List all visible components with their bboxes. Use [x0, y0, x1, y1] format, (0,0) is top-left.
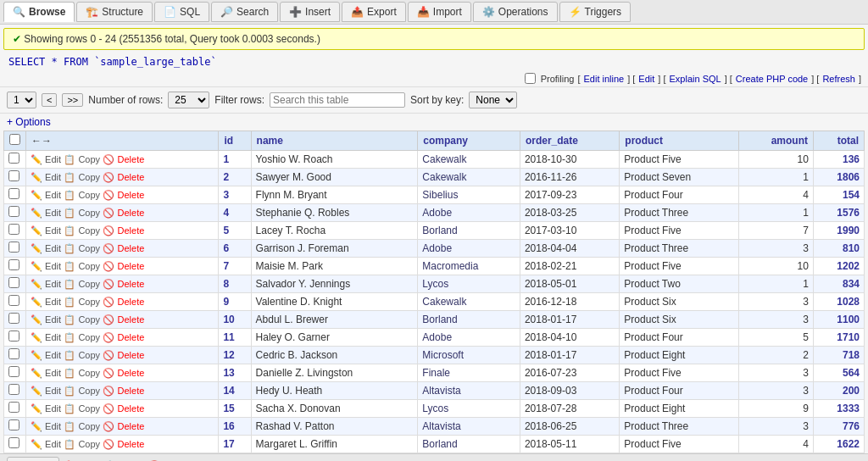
- copy-btn-2[interactable]: 📋 Copy: [64, 172, 100, 182]
- delete-btn-2[interactable]: 🚫 Delete: [103, 172, 144, 182]
- edit-btn-16[interactable]: ✏️ Edit: [31, 421, 61, 431]
- edit-btn-5[interactable]: ✏️ Edit: [31, 225, 61, 236]
- copy-btn-17[interactable]: 📋 Copy: [64, 439, 100, 449]
- copy-btn-16[interactable]: 📋 Copy: [64, 421, 100, 431]
- edit-btn-10[interactable]: ✏️ Edit: [31, 314, 61, 325]
- tab-search[interactable]: 🔎 Search: [211, 2, 278, 22]
- copy-btn-10[interactable]: 📋 Copy: [64, 314, 100, 325]
- edit-btn-11[interactable]: ✏️ Edit: [31, 332, 61, 342]
- refresh-link[interactable]: Refresh: [822, 74, 855, 84]
- row-select-6[interactable]: [8, 242, 19, 253]
- tab-browse[interactable]: 🔍 Browse: [3, 2, 75, 22]
- row-select-15[interactable]: [8, 402, 19, 413]
- edit-btn-2[interactable]: ✏️ Edit: [31, 172, 61, 182]
- copy-btn-14[interactable]: 📋 Copy: [64, 386, 100, 396]
- delete-btn-9[interactable]: 🚫 Delete: [103, 297, 144, 307]
- sort-select[interactable]: None: [469, 92, 517, 108]
- cell-name-1: Yoshio W. Roach: [251, 151, 418, 169]
- rows-select[interactable]: 25 50 100: [168, 92, 209, 108]
- edit-btn-12[interactable]: ✏️ Edit: [31, 350, 61, 360]
- delete-btn-8[interactable]: 🚫 Delete: [103, 279, 144, 289]
- profiling-checkbox[interactable]: [525, 73, 536, 84]
- copy-btn-4[interactable]: 📋 Copy: [64, 208, 100, 218]
- header-total[interactable]: total: [813, 131, 864, 151]
- row-select-12[interactable]: [8, 348, 19, 359]
- tab-sql[interactable]: 📄 SQL: [154, 2, 209, 22]
- row-select-11[interactable]: [8, 330, 19, 342]
- row-select-13[interactable]: [8, 366, 19, 377]
- copy-btn-12[interactable]: 📋 Copy: [64, 350, 100, 360]
- tab-export[interactable]: 📤 Export: [342, 2, 406, 22]
- delete-btn-16[interactable]: 🚫 Delete: [103, 421, 144, 431]
- prev-button[interactable]: <: [42, 93, 57, 107]
- row-select-1[interactable]: [8, 153, 19, 164]
- delete-btn-10[interactable]: 🚫 Delete: [103, 314, 144, 325]
- copy-btn-9[interactable]: 📋 Copy: [64, 297, 100, 307]
- copy-btn-15[interactable]: 📋 Copy: [64, 403, 100, 414]
- delete-btn-17[interactable]: 🚫 Delete: [103, 439, 144, 449]
- copy-btn-11[interactable]: 📋 Copy: [64, 332, 100, 342]
- delete-btn-1[interactable]: 🚫 Delete: [103, 154, 144, 164]
- delete-btn-11[interactable]: 🚫 Delete: [103, 332, 144, 342]
- row-select-7[interactable]: [8, 259, 19, 270]
- row-select-16[interactable]: [8, 419, 19, 430]
- edit-btn-15[interactable]: ✏️ Edit: [31, 403, 61, 414]
- delete-btn-4[interactable]: 🚫 Delete: [103, 208, 144, 218]
- edit-btn-8[interactable]: ✏️ Edit: [31, 279, 61, 289]
- create-php-link[interactable]: Create PHP code: [736, 74, 808, 84]
- copy-btn-8[interactable]: 📋 Copy: [64, 279, 100, 289]
- row-select-14[interactable]: [8, 384, 19, 395]
- delete-btn-15[interactable]: 🚫 Delete: [103, 403, 144, 414]
- page-select[interactable]: 1: [7, 92, 36, 108]
- edit-btn-1[interactable]: ✏️ Edit: [31, 154, 61, 164]
- row-select-17[interactable]: [8, 437, 19, 448]
- next-button[interactable]: >>: [62, 93, 83, 107]
- row-select-5[interactable]: [8, 224, 19, 235]
- row-select-3[interactable]: [8, 188, 19, 199]
- console-tab[interactable]: Console: [7, 457, 59, 461]
- search-input[interactable]: [270, 92, 405, 108]
- copy-btn-5[interactable]: 📋 Copy: [64, 225, 100, 236]
- delete-btn-12[interactable]: 🚫 Delete: [103, 350, 144, 360]
- copy-btn-3[interactable]: 📋 Copy: [64, 190, 100, 200]
- header-company[interactable]: company: [418, 131, 520, 151]
- header-id[interactable]: id: [219, 131, 251, 151]
- edit-btn-3[interactable]: ✏️ Edit: [31, 190, 61, 200]
- explain-sql-link[interactable]: Explain SQL: [670, 74, 721, 84]
- edit-link[interactable]: Edit: [638, 74, 654, 84]
- delete-btn-13[interactable]: 🚫 Delete: [103, 368, 144, 378]
- delete-btn-14[interactable]: 🚫 Delete: [103, 386, 144, 396]
- row-select-4[interactable]: [8, 206, 19, 217]
- edit-btn-17[interactable]: ✏️ Edit: [31, 439, 61, 449]
- tab-operations[interactable]: ⚙️ Operations: [473, 2, 558, 22]
- edit-btn-4[interactable]: ✏️ Edit: [31, 208, 61, 218]
- copy-btn-6[interactable]: 📋 Copy: [64, 243, 100, 253]
- header-name[interactable]: name: [251, 131, 418, 151]
- copy-btn-7[interactable]: 📋 Copy: [64, 261, 100, 271]
- select-all-checkbox[interactable]: [9, 134, 20, 145]
- tab-structure[interactable]: 🏗️ Structure: [76, 2, 153, 22]
- copy-btn-1[interactable]: 📋 Copy: [64, 154, 100, 164]
- tab-triggers[interactable]: ⚡ Triggers: [559, 2, 632, 22]
- header-amount[interactable]: amount: [738, 131, 813, 151]
- row-select-2[interactable]: [8, 170, 19, 181]
- edit-btn-7[interactable]: ✏️ Edit: [31, 261, 61, 271]
- header-order-date[interactable]: order_date: [520, 131, 619, 151]
- edit-inline-link[interactable]: Edit inline: [583, 74, 624, 84]
- tab-import[interactable]: 📥 Import: [408, 2, 471, 22]
- delete-btn-3[interactable]: 🚫 Delete: [103, 190, 144, 200]
- edit-btn-13[interactable]: ✏️ Edit: [31, 368, 61, 378]
- delete-btn-7[interactable]: 🚫 Delete: [103, 261, 144, 271]
- header-product[interactable]: product: [620, 131, 738, 151]
- row-select-8[interactable]: [8, 277, 19, 288]
- edit-btn-6[interactable]: ✏️ Edit: [31, 243, 61, 253]
- row-select-9[interactable]: [8, 295, 19, 306]
- edit-btn-9[interactable]: ✏️ Edit: [31, 297, 61, 307]
- tab-insert[interactable]: ➕ Insert: [280, 2, 340, 22]
- row-select-10[interactable]: [8, 313, 19, 324]
- options-link[interactable]: + Options: [7, 116, 51, 128]
- delete-btn-5[interactable]: 🚫 Delete: [103, 225, 144, 236]
- edit-btn-14[interactable]: ✏️ Edit: [31, 386, 61, 396]
- delete-btn-6[interactable]: 🚫 Delete: [103, 243, 144, 253]
- copy-btn-13[interactable]: 📋 Copy: [64, 368, 100, 378]
